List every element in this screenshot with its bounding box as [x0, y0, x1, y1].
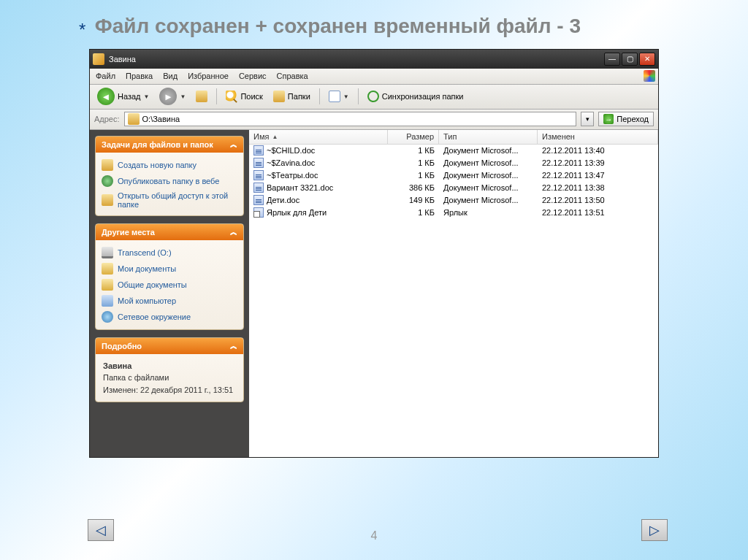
file-modified: 22.12.2011 13:51 [538, 208, 658, 217]
details-panel-header[interactable]: Подробно ︽ [96, 338, 243, 354]
shared-docs-icon [102, 279, 113, 291]
up-button[interactable] [193, 89, 210, 104]
chevron-up-icon: ︽ [230, 227, 237, 237]
task-label: Создать новую папку [118, 161, 196, 169]
place-label: Общие документы [118, 280, 187, 289]
place-shared-documents[interactable]: Общие документы [102, 277, 237, 293]
title-text: Файл сохранен + сохранен временный файл … [95, 15, 581, 37]
chevron-down-icon: ▼ [144, 93, 150, 100]
place-drive[interactable]: Transcend (O:) [102, 245, 237, 261]
tasks-title: Задачи для файлов и папок [102, 140, 213, 149]
computer-icon [102, 295, 113, 307]
separator [319, 88, 320, 104]
search-label: Поиск [240, 92, 262, 101]
file-size: 149 КБ [388, 196, 439, 204]
sync-label: Синхронизация папки [382, 92, 464, 101]
separator [216, 88, 217, 104]
file-name: ~$Театры.doc [267, 171, 318, 180]
sidebar: Задачи для файлов и папок ︽ Создать нову… [90, 130, 249, 457]
file-name: Ярлык для Дети [267, 208, 327, 217]
folders-button[interactable]: Папки [270, 89, 313, 104]
views-icon [329, 91, 340, 102]
menu-tools[interactable]: Сервис [239, 72, 267, 80]
address-field[interactable]: O:\Завина [124, 112, 577, 126]
column-name[interactable]: Имя ▲ [249, 130, 388, 144]
menu-view[interactable]: Вид [163, 72, 178, 80]
col-label: Имя [253, 132, 269, 141]
column-size[interactable]: Размер [388, 130, 439, 144]
back-button[interactable]: ◄ Назад ▼ [94, 86, 152, 107]
file-modified: 22.12.2011 13:39 [538, 158, 658, 167]
file-type: Документ Microsof... [439, 158, 538, 167]
file-row[interactable]: Ярлык для Дети1 КБЯрлык22.12.2011 13:51 [249, 207, 658, 219]
titlebar[interactable]: Завина — ▢ ✕ [90, 50, 658, 69]
file-name: Дети.doc [267, 196, 299, 204]
task-share-folder[interactable]: Открыть общий доступ к этой папке [102, 189, 237, 211]
column-type[interactable]: Тип [439, 130, 538, 144]
minimize-button[interactable]: — [604, 53, 620, 66]
place-label: Transcend (O:) [118, 248, 172, 257]
addressbar: Адрес: O:\Завина ▾ → Переход [90, 110, 658, 130]
place-my-documents[interactable]: Мои документы [102, 261, 237, 277]
chevron-up-icon: ︽ [230, 341, 237, 351]
go-button[interactable]: → Переход [598, 112, 654, 126]
go-arrow-icon: → [603, 114, 614, 124]
task-new-folder[interactable]: Создать новую папку [102, 157, 237, 173]
drive-icon [102, 247, 113, 258]
share-icon [102, 194, 113, 206]
file-name: Вариант 3321.doc [267, 183, 333, 192]
sort-asc-icon: ▲ [272, 134, 278, 140]
explorer-window: Завина — ▢ ✕ Файл Правка Вид Избранное С… [89, 49, 659, 458]
task-publish-web[interactable]: Опубликовать папку в вебе [102, 173, 237, 189]
menu-help[interactable]: Справка [277, 72, 308, 80]
slide-title: * Файл сохранен + сохранен временный фай… [79, 15, 726, 40]
asterisk-icon: * [79, 20, 85, 39]
menu-favorites[interactable]: Избранное [188, 72, 229, 80]
file-modified: 22.12.2011 13:40 [538, 146, 658, 155]
folder-icon [93, 53, 104, 65]
file-size: 1 КБ [388, 208, 439, 217]
file-type: Документ Microsof... [439, 183, 538, 192]
search-button[interactable]: Поиск [223, 89, 265, 104]
col-label: Тип [443, 132, 457, 141]
place-network[interactable]: Сетевое окружение [102, 309, 237, 325]
file-row[interactable]: ~$Театры.doc1 КБДокумент Microsof...22.1… [249, 169, 658, 182]
sync-icon [367, 91, 379, 102]
file-icon [253, 207, 264, 218]
file-size: 1 КБ [388, 158, 439, 167]
next-slide-button[interactable]: ▷ [641, 519, 668, 541]
details-title: Подробно [102, 342, 142, 350]
menu-edit[interactable]: Правка [126, 72, 153, 80]
folders-label: Папки [288, 92, 310, 101]
separator [358, 88, 359, 104]
file-row[interactable]: Дети.doc149 КБДокумент Microsof...22.12.… [249, 194, 658, 207]
task-label: Опубликовать папку в вебе [118, 177, 219, 185]
views-button[interactable]: ▼ [326, 89, 352, 104]
prev-slide-button[interactable]: ◁ [88, 519, 114, 541]
menubar: Файл Правка Вид Избранное Сервис Справка [90, 69, 658, 85]
column-modified[interactable]: Изменен [538, 130, 658, 144]
file-icon [253, 183, 264, 193]
menu-file[interactable]: Файл [96, 72, 115, 80]
file-row[interactable]: Вариант 3321.doc386 КБДокумент Microsof.… [249, 182, 658, 194]
places-panel-header[interactable]: Другие места ︽ [96, 224, 243, 240]
address-dropdown[interactable]: ▾ [581, 112, 594, 126]
file-row[interactable]: ~$Zavina.doc1 КБДокумент Microsof...22.1… [249, 157, 658, 169]
maximize-button[interactable]: ▢ [622, 53, 638, 66]
file-rows: ~$CHILD.doc1 КБДокумент Microsof...22.12… [249, 145, 658, 219]
search-icon [226, 91, 237, 102]
file-name: ~$Zavina.doc [267, 158, 315, 167]
task-label: Открыть общий доступ к этой папке [118, 191, 237, 209]
tasks-panel-header[interactable]: Задачи для файлов и папок ︽ [96, 137, 243, 153]
new-folder-icon [102, 159, 113, 171]
place-label: Мой компьютер [118, 296, 176, 305]
place-label: Мои документы [118, 264, 176, 273]
column-headers: Имя ▲ Размер Тип Изменен [249, 130, 658, 145]
back-label: Назад [118, 92, 141, 101]
place-my-computer[interactable]: Мой компьютер [102, 293, 237, 309]
file-row[interactable]: ~$CHILD.doc1 КБДокумент Microsof...22.12… [249, 145, 658, 157]
close-button[interactable]: ✕ [639, 53, 655, 66]
forward-button[interactable]: ► ▼ [156, 86, 188, 107]
tasks-panel: Задачи для файлов и папок ︽ Создать нову… [95, 136, 244, 216]
sync-button[interactable]: Синхронизация папки [365, 89, 467, 104]
